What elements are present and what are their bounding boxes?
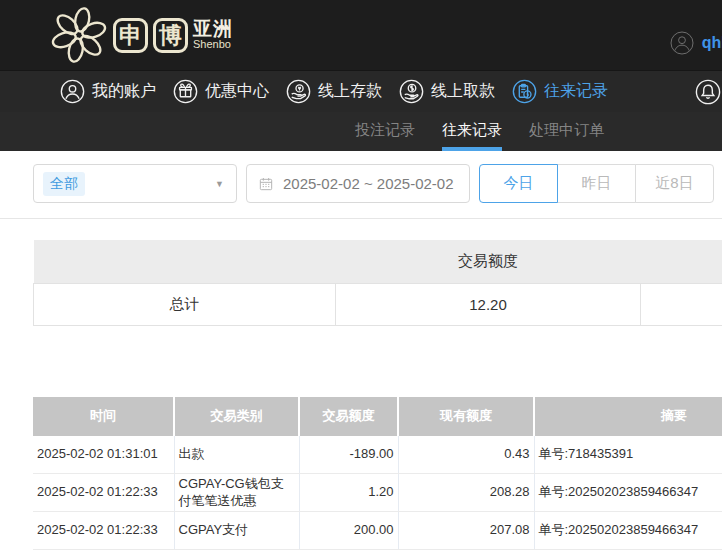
selected-type-tag: 全部 xyxy=(43,172,85,196)
logo-char-1: 申 xyxy=(119,20,142,51)
sub-navigation: 投注记录 往来记录 处理中订单 xyxy=(0,112,722,151)
col-header-summary: 摘要 xyxy=(534,397,722,436)
date-range-picker[interactable]: 2025-02-02 ~ 2025-02-02 xyxy=(246,164,470,203)
cell-amount: -189.00 xyxy=(299,436,398,474)
gift-icon xyxy=(173,79,198,104)
col-header-time: 时间 xyxy=(33,397,174,436)
lotus-flower-icon xyxy=(50,6,108,64)
summary-header-row: 交易额度 xyxy=(34,240,722,283)
summary-header-empty xyxy=(34,240,336,283)
cell-balance: 208.28 xyxy=(398,474,534,512)
logo-brand-name: Shenbo xyxy=(193,39,233,51)
col-header-balance: 现有额度 xyxy=(398,397,534,436)
col-header-amount: 交易额度 xyxy=(299,397,398,436)
cell-summary: 单号:202502023859466347 xyxy=(534,512,722,550)
tab-processing-orders[interactable]: 处理中订单 xyxy=(529,112,604,151)
filter-bar: 全部 ▼ 2025-02-02 ~ 2025-02-02 今日 昨日 近8日 xyxy=(0,151,722,219)
summary-header-empty xyxy=(641,240,722,283)
nav-label: 优惠中心 xyxy=(205,81,269,102)
yesterday-button[interactable]: 昨日 xyxy=(557,164,636,203)
main-navigation: 我的账户 优惠中心 线上存款 线上取款 xyxy=(0,70,722,112)
cell-balance: 207.08 xyxy=(398,512,534,550)
summary-header-amount: 交易额度 xyxy=(336,240,641,283)
nav-label: 往来记录 xyxy=(544,81,608,102)
summary-total-value: 12.20 xyxy=(336,283,641,325)
table-row: 2025-02-02 01:22:33 CGPAY支付 200.00 207.0… xyxy=(33,512,722,550)
nav-item-notifications[interactable] xyxy=(695,79,722,105)
date-range-value: 2025-02-02 ~ 2025-02-02 xyxy=(283,175,454,192)
today-button[interactable]: 今日 xyxy=(479,164,558,203)
table-row: 2025-02-02 01:31:01 出款 -189.00 0.43 单号:7… xyxy=(33,436,722,474)
username[interactable]: qhh xyxy=(702,34,722,52)
col-header-type: 交易类别 xyxy=(174,397,299,436)
transaction-type-select[interactable]: 全部 ▼ xyxy=(33,164,237,203)
cell-balance: 0.43 xyxy=(398,436,534,474)
nav-label: 线上取款 xyxy=(431,81,495,102)
cell-summary: 单号:718435391 xyxy=(534,436,722,474)
user-icon xyxy=(60,79,85,104)
nav-item-withdraw[interactable]: 线上取款 xyxy=(399,79,495,104)
quick-range-buttons: 今日 昨日 近8日 xyxy=(479,164,714,203)
logo-char-box: 申 xyxy=(113,18,148,53)
cell-amount: 200.00 xyxy=(299,512,398,550)
nav-label: 我的账户 xyxy=(92,81,156,102)
cell-time: 2025-02-02 01:22:33 xyxy=(33,512,174,550)
cell-time: 2025-02-02 01:31:01 xyxy=(33,436,174,474)
top-header: 申 博 亚洲 Shenbo qhh xyxy=(0,0,722,70)
chevron-down-icon: ▼ xyxy=(215,179,224,189)
cell-summary: 单号:202502023859466347 xyxy=(534,474,722,512)
user-account[interactable]: qhh xyxy=(670,31,722,55)
nav-item-transaction-records[interactable]: 往来记录 xyxy=(512,79,608,104)
last-8-days-button[interactable]: 近8日 xyxy=(635,164,714,203)
summary-total-label: 总计 xyxy=(34,283,336,325)
cell-type: CGPAY-CG钱包支付笔笔送优惠 xyxy=(174,474,299,512)
calendar-icon xyxy=(258,176,274,192)
logo-char-2: 博 xyxy=(159,20,182,51)
summary-empty-cell xyxy=(641,283,722,325)
bell-icon xyxy=(695,79,721,105)
cell-type: 出款 xyxy=(174,436,299,474)
tab-betting-records[interactable]: 投注记录 xyxy=(355,112,415,151)
brand-logo[interactable]: 申 博 亚洲 Shenbo xyxy=(50,6,233,64)
summary-table: 交易额度 总计 12.20 xyxy=(33,240,722,326)
cell-type: CGPAY支付 xyxy=(174,512,299,550)
withdraw-coin-icon xyxy=(399,79,424,104)
user-avatar-icon xyxy=(670,31,694,55)
logo-region: 亚洲 xyxy=(193,19,233,39)
table-row: 2025-02-02 01:22:33 CGPAY-CG钱包支付笔笔送优惠 1.… xyxy=(33,474,722,512)
nav-item-my-account[interactable]: 我的账户 xyxy=(60,79,156,104)
logo-char-box: 博 xyxy=(153,18,188,53)
cell-amount: 1.20 xyxy=(299,474,398,512)
transaction-records-icon xyxy=(512,79,537,104)
cell-time: 2025-02-02 01:22:33 xyxy=(33,474,174,512)
records-table: 时间 交易类别 交易额度 现有额度 摘要 2025-02-02 01:31:01… xyxy=(33,397,722,551)
tab-transaction-records[interactable]: 往来记录 xyxy=(442,112,502,151)
deposit-coin-icon xyxy=(286,79,311,104)
records-header-row: 时间 交易类别 交易额度 现有额度 摘要 xyxy=(33,397,722,436)
nav-label: 线上存款 xyxy=(318,81,382,102)
nav-item-deposit[interactable]: 线上存款 xyxy=(286,79,382,104)
summary-total-row: 总计 12.20 xyxy=(34,283,722,325)
nav-item-promotions[interactable]: 优惠中心 xyxy=(173,79,269,104)
